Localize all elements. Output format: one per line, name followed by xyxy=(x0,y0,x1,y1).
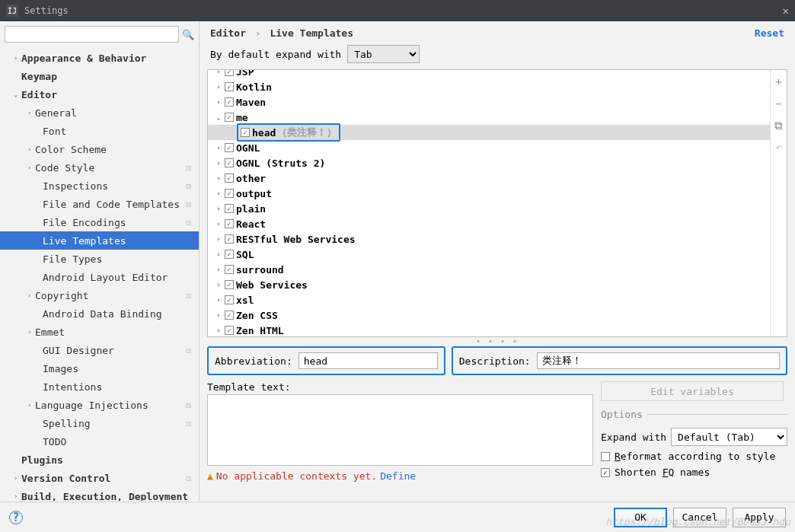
sidebar-item-color-scheme[interactable]: ›Color Scheme xyxy=(0,140,199,158)
sidebar-item-file-encodings[interactable]: File Encodings⊡ xyxy=(0,213,199,231)
template-checkbox[interactable]: ✓ xyxy=(225,250,234,259)
tree-row[interactable]: ›✓Web Services xyxy=(208,277,770,292)
template-checkbox[interactable]: ✓ xyxy=(225,326,234,335)
default-expand-select[interactable]: Tab xyxy=(347,45,420,63)
sidebar-item-plugins[interactable]: Plugins xyxy=(0,451,199,469)
search-input[interactable] xyxy=(5,26,179,43)
expand-arrow-icon: › xyxy=(14,492,21,500)
tree-row[interactable]: ›✓surround xyxy=(208,262,770,277)
remove-icon[interactable]: － xyxy=(773,97,784,111)
define-link[interactable]: Define xyxy=(380,470,416,482)
sidebar-item-general[interactable]: ›General xyxy=(0,104,199,122)
template-checkbox[interactable]: ✓ xyxy=(225,219,234,228)
ok-button[interactable]: OK xyxy=(614,508,667,527)
sidebar-item-version-control[interactable]: ›Version Control⊡ xyxy=(0,469,199,487)
sidebar-item-android-data-binding[interactable]: Android Data Binding xyxy=(0,304,199,323)
abbreviation-input[interactable] xyxy=(299,352,438,369)
sidebar-item-appearance-behavior[interactable]: ›Appearance & Behavior xyxy=(0,49,199,67)
tree-row[interactable]: ›✓other xyxy=(208,170,770,186)
sidebar-item-label: Font xyxy=(43,126,66,137)
template-tree[interactable]: ›✓JSP›✓Kotlin›✓Maven⌄✓me✓head（类注释！）›✓OGN… xyxy=(208,70,770,336)
template-checkbox[interactable]: ✓ xyxy=(225,204,234,213)
sidebar-item-label: File and Code Templates xyxy=(43,199,180,210)
undo-icon[interactable]: ↶ xyxy=(775,140,782,154)
sidebar-item-file-types[interactable]: File Types xyxy=(0,250,199,268)
sidebar-item-editor[interactable]: ⌄Editor xyxy=(0,85,199,104)
project-scope-icon: ⊡ xyxy=(186,419,191,428)
expand-arrow-icon: › xyxy=(212,144,225,151)
help-icon[interactable]: ? xyxy=(9,511,23,524)
tree-row[interactable]: ›✓RESTful Web Services xyxy=(208,231,770,247)
tree-row[interactable]: ⌄✓me xyxy=(208,110,770,125)
template-checkbox[interactable]: ✓ xyxy=(225,189,234,198)
template-checkbox[interactable]: ✓ xyxy=(225,311,234,320)
template-checkbox[interactable]: ✓ xyxy=(225,280,234,289)
tree-row[interactable]: ›✓JSP xyxy=(208,70,770,79)
sidebar-item-spelling[interactable]: Spelling⊡ xyxy=(0,414,199,432)
sidebar-item-emmet[interactable]: ›Emmet xyxy=(0,323,199,341)
close-icon[interactable]: ✕ xyxy=(783,5,789,17)
breadcrumb: Editor › Live Templates xyxy=(210,27,755,39)
sidebar-item-build-execution-deployment[interactable]: ›Build, Execution, Deployment xyxy=(0,487,199,501)
reset-link[interactable]: Reset xyxy=(755,27,784,39)
reformat-checkbox[interactable] xyxy=(601,452,610,461)
sidebar-item-gui-designer[interactable]: GUI Designer⊡ xyxy=(0,341,199,359)
settings-tree[interactable]: ›Appearance & BehaviorKeymap⌄Editor›Gene… xyxy=(0,47,199,501)
tree-row[interactable]: ›✓OGNL xyxy=(208,140,770,155)
sidebar-item-font[interactable]: Font xyxy=(0,122,199,140)
sidebar-item-keymap[interactable]: Keymap xyxy=(0,67,199,85)
template-checkbox[interactable]: ✓ xyxy=(225,265,234,274)
sidebar-item-live-templates[interactable]: Live Templates xyxy=(0,231,199,250)
tree-row[interactable]: ›✓Maven xyxy=(208,94,770,110)
template-checkbox[interactable]: ✓ xyxy=(225,113,234,122)
content-panel: Editor › Live Templates Reset By default… xyxy=(200,21,795,501)
template-checkbox[interactable]: ✓ xyxy=(241,128,250,137)
expand-with-select[interactable]: Default (Tab) xyxy=(671,428,787,446)
description-label: Description: xyxy=(459,355,531,367)
add-icon[interactable]: ＋ xyxy=(773,75,784,89)
template-checkbox[interactable]: ✓ xyxy=(225,143,234,152)
sidebar-item-language-injections[interactable]: ›Language Injections⊡ xyxy=(0,396,199,414)
tree-row[interactable]: ›✓output xyxy=(208,186,770,201)
sidebar-item-images[interactable]: Images xyxy=(0,359,199,377)
tree-row[interactable]: ›✓xsl xyxy=(208,292,770,307)
expand-arrow-icon: › xyxy=(27,401,35,409)
sidebar-item-intentions[interactable]: Intentions xyxy=(0,377,199,396)
shorten-checkbox[interactable]: ✓ xyxy=(601,468,610,477)
splitter-grip[interactable]: • • • • xyxy=(200,337,795,343)
tree-item-label: Zen CSS xyxy=(236,310,278,321)
tree-item-label: xsl xyxy=(236,295,254,306)
search-icon[interactable]: 🔍 xyxy=(182,29,194,40)
sidebar-item-label: File Types xyxy=(43,253,102,265)
template-checkbox[interactable]: ✓ xyxy=(225,158,234,167)
template-checkbox[interactable]: ✓ xyxy=(225,97,234,107)
project-scope-icon: ⊡ xyxy=(186,400,191,410)
template-checkbox[interactable]: ✓ xyxy=(225,82,234,91)
template-text-label: Template text: xyxy=(207,381,593,393)
template-checkbox[interactable]: ✓ xyxy=(225,295,234,304)
sidebar-item-todo[interactable]: TODO xyxy=(0,432,199,451)
apply-button[interactable]: Apply xyxy=(733,508,786,527)
tree-item-label: RESTful Web Services xyxy=(236,234,356,245)
template-text-area[interactable] xyxy=(207,394,593,466)
sidebar-item-code-style[interactable]: ›Code Style⊡ xyxy=(0,158,199,177)
template-checkbox[interactable]: ✓ xyxy=(225,70,234,76)
tree-row[interactable]: ›✓React xyxy=(208,216,770,231)
sidebar-item-copyright[interactable]: ›Copyright⊡ xyxy=(0,286,199,304)
description-input[interactable] xyxy=(537,352,780,369)
sidebar-item-file-and-code-templates[interactable]: File and Code Templates⊡ xyxy=(0,195,199,213)
tree-row[interactable]: ›✓OGNL (Struts 2) xyxy=(208,155,770,170)
sidebar-item-label: Emmet xyxy=(35,327,65,338)
tree-row[interactable]: ✓head（类注释！） xyxy=(208,125,770,140)
sidebar-item-inspections[interactable]: Inspections⊡ xyxy=(0,177,199,195)
copy-icon[interactable]: ⧉ xyxy=(774,119,783,132)
cancel-button[interactable]: Cancel xyxy=(673,508,726,527)
template-checkbox[interactable]: ✓ xyxy=(225,234,234,244)
tree-row[interactable]: ›✓Kotlin xyxy=(208,79,770,94)
tree-row[interactable]: ›✓plain xyxy=(208,201,770,216)
template-checkbox[interactable]: ✓ xyxy=(225,174,234,183)
tree-row[interactable]: ›✓SQL xyxy=(208,247,770,262)
tree-row[interactable]: ›✓Zen HTML xyxy=(208,323,770,336)
sidebar-item-android-layout-editor[interactable]: Android Layout Editor xyxy=(0,268,199,286)
tree-row[interactable]: ›✓Zen CSS xyxy=(208,307,770,323)
